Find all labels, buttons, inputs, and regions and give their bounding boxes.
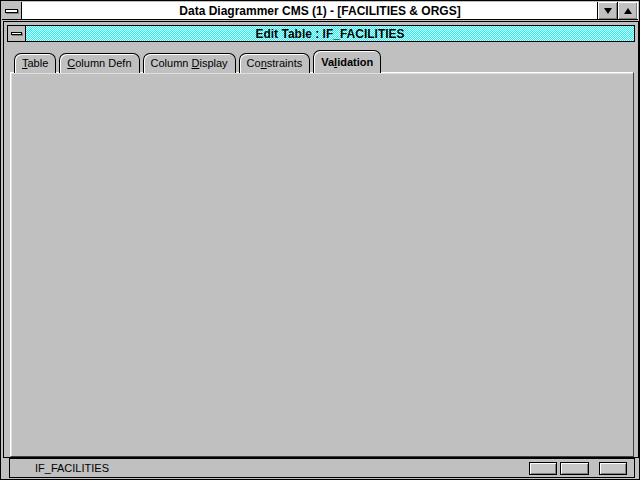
background-window-button[interactable] <box>529 462 557 475</box>
main-window-title: Data Diagrammer CMS (1) - [FACILITIES & … <box>2 4 638 18</box>
screen: Data Diagrammer CMS (1) - [FACILITIES & … <box>0 0 640 480</box>
tab-validation[interactable]: Validation <box>313 50 381 73</box>
tab-constraints[interactable]: Constraints <box>239 53 311 73</box>
dialog-system-menu-icon <box>11 32 22 35</box>
tab-column-defn[interactable]: Column Defn <box>59 53 139 73</box>
main-window-titlebar: Data Diagrammer CMS (1) - [FACILITIES & … <box>2 2 638 20</box>
maximize-icon <box>624 8 632 14</box>
background-window-button[interactable] <box>560 462 589 475</box>
minimize-button[interactable] <box>597 2 617 19</box>
background-window-titlebar: IF_FACILITIES <box>9 458 635 478</box>
dialog-title: Edit Table : IF_FACILITIES <box>249 27 410 41</box>
tab-column-display[interactable]: Column Display <box>143 53 236 73</box>
dialog-titlebar-fill: Edit Table : IF_FACILITIES <box>26 26 634 41</box>
maximize-button[interactable] <box>617 2 637 19</box>
tab-table[interactable]: Table <box>14 53 56 73</box>
minimize-icon <box>604 8 612 14</box>
edit-table-dialog: Edit Table : IF_FACILITIES Table Column … <box>3 21 639 458</box>
background-window-button[interactable] <box>599 462 627 475</box>
dialog-system-menu-button[interactable] <box>8 26 26 41</box>
tab-bar: Table Column Defn Column Display Constra… <box>14 50 381 73</box>
background-window-title: IF_FACILITIES <box>35 462 109 474</box>
dialog-titlebar: Edit Table : IF_FACILITIES <box>7 25 635 42</box>
validation-tab-panel <box>10 72 634 457</box>
